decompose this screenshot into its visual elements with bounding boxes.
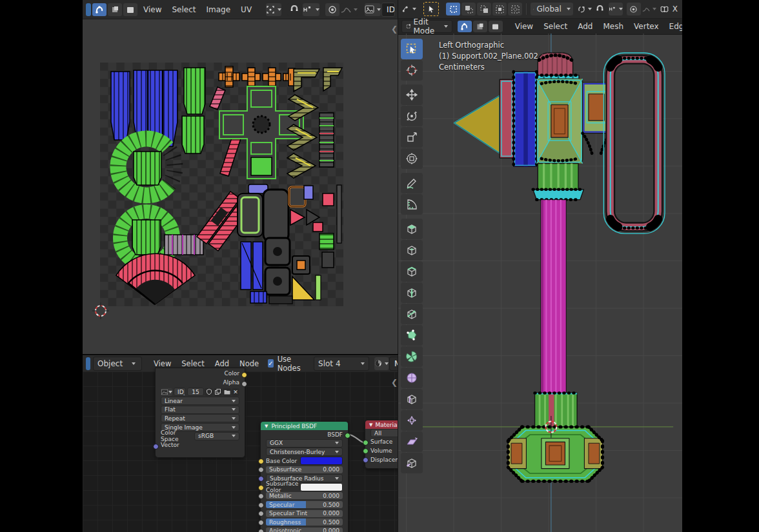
socket-specular[interactable] — [258, 502, 264, 508]
image-texture-node[interactable]: Color Alpha ID_Map_Mar.. 15 — [155, 368, 245, 458]
tool-shrink-fatten[interactable] — [401, 410, 423, 431]
uv-menu-view[interactable]: View — [138, 5, 167, 14]
tool-loop-cut[interactable] — [401, 282, 423, 303]
active-tool-select-box[interactable] — [423, 2, 439, 16]
socket-anisotropic[interactable] — [258, 529, 264, 532]
editor-type-icon[interactable] — [86, 357, 90, 370]
copy-datablock-icon[interactable] — [214, 388, 222, 396]
image-name-field[interactable]: ID_Map_Martea — [381, 3, 395, 17]
face-select-mode-icon[interactable] — [489, 21, 503, 32]
fake-user-shield-icon[interactable] — [205, 388, 213, 396]
socket-specular-tint[interactable] — [258, 511, 264, 517]
node-menu-node[interactable]: Node — [234, 359, 264, 368]
subsurface-row[interactable]: Subsurface0.000 — [261, 465, 348, 474]
select-mode-subtract-icon[interactable] — [477, 3, 491, 15]
uv-menu-image[interactable]: Image — [201, 5, 236, 14]
socket-subsurface-radius[interactable] — [258, 476, 264, 482]
tool-knife[interactable] — [401, 304, 423, 324]
region-collapse-arrow[interactable]: ❮ — [391, 378, 398, 387]
shader-context-dropdown[interactable]: Object — [93, 357, 142, 371]
node-menu-add[interactable]: Add — [210, 359, 234, 368]
tool-rotate[interactable] — [401, 106, 423, 126]
tool-inset-faces[interactable] — [401, 240, 423, 261]
vp-menu-add[interactable]: Add — [572, 22, 598, 31]
uv-island-cluster-bottom-right[interactable] — [238, 184, 341, 304]
node-menu-select[interactable]: Select — [176, 359, 209, 368]
snap-magnet-icon[interactable] — [287, 3, 301, 16]
uv-menu-uv[interactable]: UV — [236, 5, 257, 14]
tool-transform[interactable] — [401, 148, 423, 169]
select-mode-intersect-icon[interactable] — [508, 3, 522, 15]
specular-tint-row[interactable]: Specular Tint0.000 — [261, 509, 348, 518]
output-node-header[interactable]: ▼Material Out — [365, 420, 398, 429]
select-mode-set-icon[interactable] — [446, 3, 460, 15]
tool-bevel[interactable] — [401, 261, 423, 282]
open-folder-icon[interactable] — [223, 388, 231, 396]
socket-bsdf-output[interactable] — [345, 433, 350, 438]
use-nodes-toggle[interactable]: ✓ Use Nodes — [268, 355, 303, 373]
uv-islands-canvas[interactable] — [100, 63, 343, 306]
image-icon[interactable] — [161, 388, 172, 396]
proportional-edit-icon[interactable] — [325, 3, 339, 16]
distribution-select[interactable]: GGX — [261, 439, 348, 448]
socket-alpha-output[interactable] — [241, 381, 247, 387]
hammer-body[interactable] — [454, 53, 665, 481]
use-nodes-checkbox[interactable]: ✓ — [268, 359, 274, 368]
snap-target-icon[interactable] — [609, 3, 623, 15]
node-canvas[interactable]: Color Alpha ID_Map_Mar.. 15 — [83, 371, 398, 532]
subsurface-color-swatch[interactable] — [300, 483, 343, 491]
socket-volume-input[interactable] — [363, 448, 369, 454]
socket-roughness[interactable] — [258, 520, 264, 526]
tool-poly-build[interactable] — [401, 325, 423, 346]
principled-node-header[interactable]: ▼Principled BSDF — [261, 422, 348, 430]
symmetry-butterfly-icon[interactable] — [658, 3, 672, 15]
tool-edge-slide[interactable] — [401, 389, 423, 409]
active-tool-dropdown-icon[interactable] — [402, 3, 416, 15]
color-space-row[interactable]: Color Space sRGB — [156, 431, 245, 440]
select-mode-invert-icon[interactable] — [492, 3, 507, 15]
output-target-select[interactable]: All — [365, 429, 398, 438]
tool-select-box[interactable] — [401, 39, 423, 59]
specular-row[interactable]: Specular0.500 — [261, 500, 348, 509]
subsurface-color-row[interactable]: Subsurface Color — [261, 483, 348, 492]
vp-menu-mesh[interactable]: Mesh — [598, 22, 629, 31]
tool-scale[interactable] — [401, 127, 423, 148]
vp-menu-vertex[interactable]: Vertex — [629, 22, 664, 31]
image-users-count[interactable]: 15 — [187, 388, 204, 396]
socket-base-color[interactable] — [258, 458, 264, 464]
vp-menu-edge[interactable]: Edge — [664, 22, 682, 31]
socket-metallic[interactable] — [258, 493, 264, 499]
uv-select-mode-island-icon[interactable] — [123, 3, 137, 16]
subsurface-method-select[interactable]: Christensen-Burley — [261, 448, 348, 457]
mirror-x-label[interactable]: X — [673, 5, 679, 14]
projection-select[interactable]: Flat — [156, 406, 245, 415]
tool-extrude-region[interactable] — [401, 219, 423, 239]
material-sphere-icon[interactable] — [374, 357, 389, 370]
snap-magnet-icon[interactable] — [593, 3, 607, 15]
pivot-point-icon[interactable] — [266, 3, 281, 16]
tool-rip-region[interactable] — [401, 453, 423, 473]
material-slot-dropdown[interactable]: Slot 4 — [314, 357, 369, 371]
node-menu-view[interactable]: View — [148, 359, 176, 368]
tool-measure[interactable] — [401, 194, 423, 215]
viewport-canvas[interactable]: Left Orthographic (1) Support.002_Plane.… — [398, 34, 682, 532]
snap-toggle-icon[interactable] — [578, 3, 592, 15]
proportional-falloff-icon[interactable] — [341, 3, 358, 16]
socket-displacement-input[interactable] — [363, 457, 369, 463]
socket-vector-input[interactable] — [153, 444, 159, 449]
vp-menu-view[interactable]: View — [510, 22, 538, 31]
anisotropic-row[interactable]: Anisotropic0.000 — [261, 527, 348, 532]
edge-select-mode-icon[interactable] — [473, 21, 487, 32]
transform-orientation-dropdown[interactable]: Global — [531, 3, 573, 15]
tool-shear[interactable] — [401, 431, 423, 452]
hammer-mesh[interactable] — [398, 34, 682, 532]
unlink-x-icon[interactable]: ✕ — [232, 388, 239, 396]
tool-spin[interactable] — [401, 346, 423, 367]
tool-smooth[interactable] — [401, 368, 423, 388]
uv-island-orange-crosses[interactable] — [219, 66, 300, 87]
socket-subsurface[interactable] — [258, 467, 264, 473]
extension-select[interactable]: Repeat — [156, 414, 245, 423]
uv-menu-select[interactable]: Select — [167, 5, 201, 14]
proportional-falloff-icon[interactable] — [642, 3, 656, 15]
base-color-swatch[interactable] — [300, 457, 343, 465]
